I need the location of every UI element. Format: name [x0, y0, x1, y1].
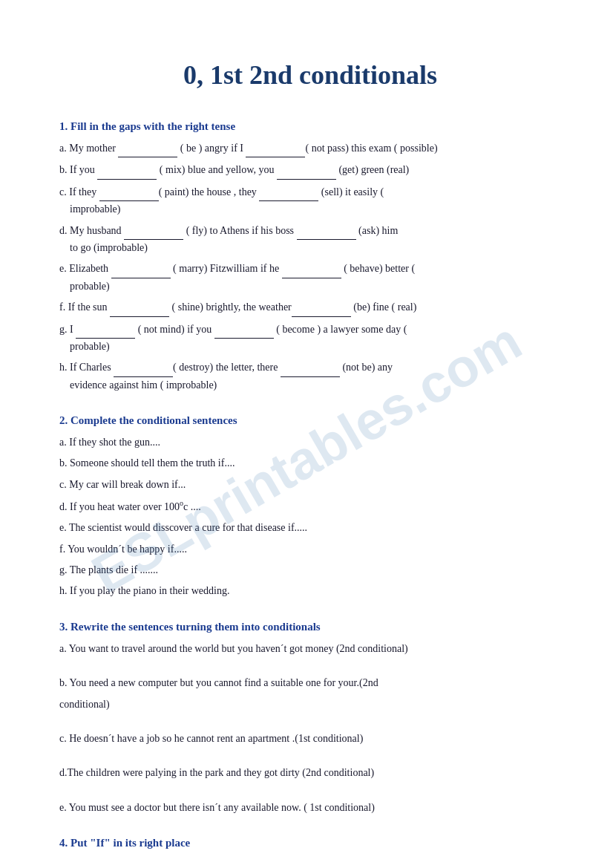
section-2-line-h: h. If you play the piano in their weddin…	[59, 583, 561, 599]
section-3: 3. Rewrite the sentences turning them in…	[59, 621, 561, 816]
section-3-line-c: c. He doesn´t have a job so he cannot re…	[59, 731, 561, 747]
section-3-line-d: d.The children were palying in the park …	[59, 765, 561, 781]
section-4: 4. Put "If" in its right place	[59, 837, 561, 849]
section-3-line-e: e. You must see a doctor but there isn´t…	[59, 800, 561, 816]
section-3-line-a: a. You want to travel around the world b…	[59, 641, 561, 657]
section-1-header: 1. Fill in the gaps with the right tense	[59, 120, 561, 133]
section-1-line-b: b. If you ( mix) blue and yellow, you (g…	[59, 162, 561, 179]
blank-1h-1	[114, 359, 173, 376]
section-2-line-a: a. If they shot the gun....	[59, 434, 561, 451]
blank-1a-2	[246, 140, 305, 157]
section-3-line-b: b. You need a new computer but you canno…	[59, 675, 561, 691]
page-title: 0, 1st 2nd conditionals	[59, 59, 561, 91]
section-2-line-f: f. You wouldn´t be happy if.....	[59, 541, 561, 558]
section-1-line-f: f. If the sun ( shine) brightly, the wea…	[59, 299, 561, 316]
section-1-line-d: d. My husband ( fly) to Athens if his bo…	[59, 223, 561, 257]
blank-1b-1	[97, 162, 157, 179]
section-1-line-e: e. Elizabeth ( marry) Fitzwilliam if he …	[59, 261, 561, 295]
blank-1d-2	[297, 223, 356, 240]
blank-1g-1	[76, 322, 135, 339]
section-2-line-e: e. The scientist would disscover a cure …	[59, 520, 561, 536]
section-2: 2. Complete the conditional sentences a.…	[59, 414, 561, 600]
blank-1f-2	[292, 299, 351, 316]
section-1-line-g: g. I ( not mind) if you ( become ) a law…	[59, 322, 561, 356]
section-1-line-a: a. My mother ( be ) angry if I ( not pas…	[59, 140, 561, 157]
blank-1h-2	[281, 359, 340, 376]
section-3-header: 3. Rewrite the sentences turning them in…	[59, 621, 561, 633]
section-2-line-c: c. My car will break down if...	[59, 477, 561, 493]
blank-1c-2	[259, 184, 318, 201]
blank-1b-2	[277, 162, 336, 179]
section-1-line-h: h. If Charles ( destroy) the letter, the…	[59, 359, 561, 394]
blank-1e-2	[282, 261, 341, 278]
blank-1g-2	[214, 322, 274, 339]
blank-1d-1	[124, 223, 183, 240]
section-1-line-c: c. If they ( paint) the house , they (se…	[59, 184, 561, 218]
blank-1e-1	[111, 261, 171, 278]
section-1: 1. Fill in the gaps with the right tense…	[59, 120, 561, 394]
section-2-header: 2. Complete the conditional sentences	[59, 414, 561, 427]
section-3-line-b-cont: conditional)	[59, 696, 561, 713]
blank-1f-1	[110, 299, 169, 316]
section-2-line-g: g. The plants die if .......	[59, 562, 561, 578]
section-4-header: 4. Put "If" in its right place	[59, 837, 561, 849]
blank-1c-1	[99, 184, 159, 201]
section-2-line-b: b. Someone should tell them the truth if…	[59, 455, 561, 471]
section-2-line-d: d. If you heat water over 100oc ....	[59, 497, 561, 515]
blank-1a-1	[118, 140, 177, 157]
